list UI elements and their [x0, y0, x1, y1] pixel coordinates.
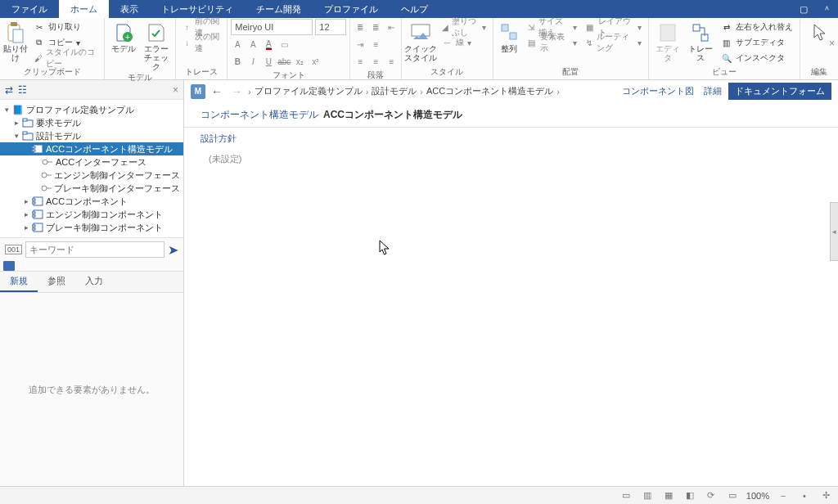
layout-group-label: 配置 — [497, 65, 645, 79]
link-component-diagram[interactable]: コンポーネント図 — [619, 85, 697, 97]
menu-tab-home[interactable]: ホーム — [59, 0, 109, 18]
search-input[interactable] — [25, 241, 164, 258]
crumb-0[interactable]: プロファイル定義サンプル — [255, 85, 363, 97]
doc-type: コンポーネント構造モデル — [200, 108, 318, 122]
zoom-out-button[interactable]: − — [776, 491, 791, 501]
menu-tab-team[interactable]: チーム開発 — [245, 0, 313, 18]
svg-point-18 — [43, 160, 47, 164]
svg-text:+: + — [125, 33, 130, 42]
tree-item[interactable]: ▸要求モデル — [0, 116, 183, 129]
font-size-select[interactable]: 12 — [315, 19, 346, 35]
tab-input[interactable]: 入力 — [75, 272, 113, 292]
link-detail[interactable]: 詳細 — [701, 85, 725, 97]
if-icon — [40, 169, 52, 181]
tree-item-label: エンジン制御インターフェース — [54, 169, 180, 182]
font-family-select[interactable]: Meiryo UI — [231, 19, 313, 35]
tree-root[interactable]: ▾📘 プロファイル定義サンプル — [0, 103, 183, 116]
tree-item-label: ブレーキ制御インターフェース — [54, 182, 180, 195]
search-go-icon[interactable]: ➤ — [168, 242, 178, 258]
copy-icon: ⧉ — [34, 37, 45, 48]
menu-tab-profile[interactable]: プロファイル — [313, 0, 390, 18]
side-collapse-handle[interactable]: ◂ — [830, 202, 838, 261]
doc-name: ACCコンポーネント構造モデル — [323, 108, 462, 122]
subeditor-button[interactable]: ▥サブエディタ — [718, 35, 796, 50]
ribbon-group-trace: ↑前の関連 ↓次の関連 トレース — [176, 18, 228, 79]
pkg-icon — [21, 117, 34, 128]
ribbon-group-view: エディタ トレース ⇄左右を入れ替え ▥サブエディタ 🔍インスペクタ ビュー — [649, 18, 800, 79]
svg-rect-26 — [32, 202, 35, 204]
trace-view-button[interactable]: トレース — [685, 20, 716, 62]
zoom-in-button[interactable]: ✢ — [818, 490, 833, 501]
paste-button[interactable]: 貼り付け — [3, 20, 29, 62]
svg-rect-8 — [660, 25, 675, 41]
tree-item[interactable]: ▸エンジン制御コンポーネント — [0, 208, 183, 221]
tree-item-label: ACCコンポーネント構造モデル — [46, 143, 173, 155]
panel-handle-icon[interactable] — [3, 261, 15, 271]
menu-tab-view[interactable]: 表示 — [109, 0, 150, 18]
tree-item[interactable]: ▸ブレーキ制御コンポーネント — [0, 221, 183, 234]
status-view3-icon[interactable]: ▦ — [661, 490, 676, 501]
model-icon: + — [112, 21, 135, 44]
error-check-button[interactable]: エラーチェック — [141, 20, 172, 71]
status-view5-icon[interactable]: ⟳ — [704, 490, 719, 501]
tree-tool-close-icon[interactable]: × — [173, 84, 178, 96]
quick-style-button[interactable]: クイック スタイル — [405, 20, 436, 62]
model-tree: ▾📘 プロファイル定義サンプル ▸要求モデル▾設計モデルACCコンポーネント構造… — [0, 100, 183, 237]
breadcrumb-bar: M ← → › プロファイル定義サンプル› 設計モデル› ACCコンポーネント構… — [184, 80, 838, 103]
status-view1-icon[interactable]: ▭ — [619, 490, 633, 501]
nav-forward-button[interactable]: → — [228, 85, 245, 98]
font-a-icon: A — [231, 38, 244, 51]
cut-button[interactable]: ✂切り取り — [30, 20, 101, 34]
align-distribute-icon — [498, 21, 520, 44]
svg-rect-5 — [412, 25, 430, 36]
ribbon-close-icon[interactable]: × — [829, 38, 835, 49]
tree-item[interactable]: ▸ACCコンポーネント — [0, 195, 183, 208]
window-expand-icon[interactable]: ＾ — [815, 0, 838, 18]
trace-group-label: トレース — [179, 65, 223, 79]
svg-rect-29 — [32, 215, 35, 217]
italic-icon: I — [246, 55, 259, 68]
pkg-icon — [21, 130, 34, 142]
status-view6-icon[interactable]: ▭ — [725, 490, 740, 501]
svg-rect-31 — [32, 225, 35, 227]
menubar: ファイル ホーム 表示 トレーサビリティ チーム開発 プロファイル ヘルプ ▢ … — [0, 0, 838, 18]
menu-tab-help[interactable]: ヘルプ — [390, 0, 439, 18]
underline-icon: U — [262, 55, 275, 68]
crumb-2[interactable]: ACCコンポーネント構造モデル — [426, 85, 553, 97]
style-copy-button: 🖌スタイルのコピー — [30, 51, 101, 65]
trace-view-label: トレース — [685, 44, 716, 62]
tree-tool-icon2[interactable]: ☷ — [18, 84, 27, 96]
doc-section-value[interactable]: (未設定) — [184, 150, 838, 169]
swap-lr-button[interactable]: ⇄左右を入れ替え — [718, 20, 796, 34]
tab-reference[interactable]: 参照 — [38, 272, 75, 292]
routing-button: ↯ルーティング ▾ — [582, 35, 645, 50]
tree-item-label: ACCコンポーネント — [46, 196, 128, 208]
document-form-button[interactable]: ドキュメントフォーム — [728, 83, 831, 100]
window-minimize-icon[interactable]: ▢ — [792, 0, 815, 18]
tree-item[interactable]: ▾設計モデル — [0, 129, 183, 142]
paste-label: 貼り付け — [3, 44, 29, 62]
tree-item[interactable]: エンジン制御インターフェース — [0, 169, 183, 182]
nav-back-button[interactable]: ← — [209, 85, 225, 98]
inspector-button[interactable]: 🔍インスペクタ — [718, 51, 796, 65]
crumb-1[interactable]: 設計モデル — [372, 85, 417, 97]
model-label: モデル — [111, 44, 136, 53]
tree-item[interactable]: ACCコンポーネント構造モデル — [0, 142, 183, 155]
if-icon — [40, 182, 52, 194]
model-button[interactable]: + モデル — [108, 20, 139, 53]
paste-icon — [4, 21, 27, 44]
outdent-icon: ⇤ — [385, 20, 398, 34]
lower-tabs: 新規 参照 入力 — [0, 271, 183, 293]
menu-tab-file[interactable]: ファイル — [0, 0, 59, 18]
status-view4-icon[interactable]: ◧ — [683, 490, 697, 501]
tree-item[interactable]: ACCインターフェース — [0, 155, 183, 169]
tree-item[interactable]: ブレーキ制御インターフェース — [0, 182, 183, 195]
sup-icon: x² — [309, 55, 322, 68]
status-view2-icon[interactable]: ▥ — [640, 490, 655, 501]
tree-tool-icon[interactable]: ⇄ — [5, 84, 13, 96]
tree-item-label: 要求モデル — [36, 117, 81, 129]
tab-new[interactable]: 新規 — [0, 272, 38, 292]
zoom-reset-button[interactable]: • — [797, 491, 812, 501]
svg-point-22 — [42, 186, 47, 191]
doc-section-title: 設計方針 — [184, 128, 838, 150]
